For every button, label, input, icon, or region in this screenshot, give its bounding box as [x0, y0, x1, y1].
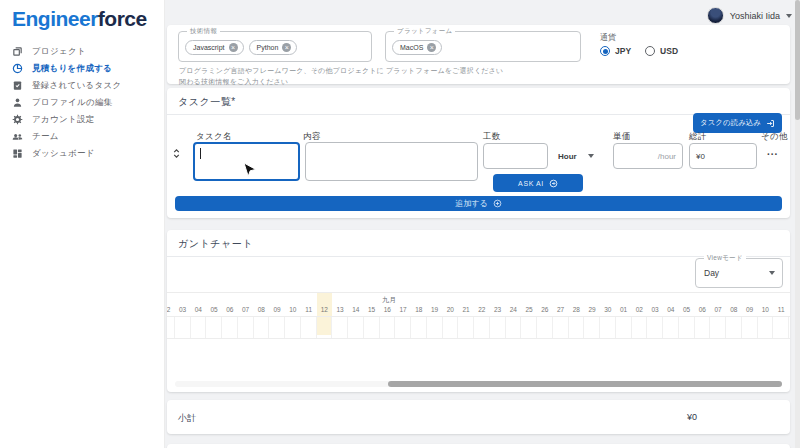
currency-option-usd[interactable]: USD [645, 46, 678, 56]
gantt-grid-row [167, 316, 790, 339]
task-content-textarea[interactable] [305, 142, 478, 181]
sidebar-item-label: プロファイルの編集 [32, 97, 113, 109]
close-icon[interactable]: × [229, 43, 238, 52]
gantt-grid-cell [206, 317, 222, 338]
project-info-card: 技術情報 Javascript× Python× プログラミング言語やフレームワ… [167, 25, 790, 84]
sidebar: Engineerforce プロジェクト 見積もりを作成する 登録されているタス… [0, 0, 165, 448]
gantt-grid-cell [167, 317, 175, 338]
mouse-cursor [243, 162, 256, 179]
team-icon [12, 128, 23, 146]
radio-label: USD [660, 46, 678, 56]
sidebar-item-registered-tasks[interactable]: 登録されているタスク [0, 77, 164, 94]
gantt-date-label: 09 [269, 306, 285, 313]
gantt-date-label: 23 [490, 306, 506, 313]
chevron-down-icon [769, 271, 775, 275]
user-avatar[interactable] [707, 7, 724, 24]
close-icon[interactable]: × [427, 43, 436, 52]
unit-price-input[interactable]: /hour [613, 143, 683, 169]
gantt-grid-cell [569, 317, 585, 338]
project-icon [12, 43, 23, 61]
gantt-date-label: 09 [742, 306, 758, 313]
gantt-grid-cell [742, 317, 758, 338]
gantt-grid-cell [506, 317, 522, 338]
gantt-grid-cell [395, 317, 411, 338]
sidebar-item-projects[interactable]: プロジェクト [0, 43, 164, 60]
plus-circle-icon [493, 199, 502, 208]
gantt-grid-cell [269, 317, 285, 338]
view-mode-select[interactable]: Viewモード Day [695, 258, 783, 288]
ask-ai-button[interactable]: ASK AI [493, 174, 583, 192]
gantt-date-label: 18 [411, 306, 427, 313]
estimate-icon [12, 60, 23, 78]
gantt-month-label: 九月 [349, 295, 429, 305]
gantt-grid-cell [490, 317, 506, 338]
total-input[interactable]: ¥0 [689, 143, 757, 169]
gantt-date-label: 25 [521, 306, 537, 313]
tech-chip[interactable]: Python× [249, 40, 298, 55]
radio-label: JPY [615, 46, 631, 56]
load-tasks-button[interactable]: タスクの読み込み [693, 113, 782, 133]
sidebar-item-dashboard[interactable]: ダッシュボード [0, 145, 164, 162]
gantt-grid-cell [348, 317, 364, 338]
radio-selected-icon[interactable] [600, 46, 610, 56]
sidebar-item-account-settings[interactable]: アカウント設定 [0, 111, 164, 128]
app-logo[interactable]: Engineerforce [0, 0, 164, 31]
registered-tasks-icon [12, 77, 23, 95]
user-menu[interactable]: Yoshiaki Iida [707, 7, 792, 24]
gantt-grid-cell [537, 317, 553, 338]
effort-unit-select[interactable]: Hour [553, 143, 599, 169]
gantt-title: ガントチャート [167, 230, 790, 256]
scrollbar-thumb[interactable] [795, 0, 800, 120]
gantt-grid-cell [317, 317, 333, 338]
gantt-calendar[interactable]: 九月 0203040506070809101112131415161718192… [167, 292, 790, 378]
gantt-grid-cell [521, 317, 537, 338]
user-name: Yoshiaki Iida [730, 11, 780, 21]
chip-label: Python [257, 44, 279, 51]
gantt-date-label: 19 [427, 306, 443, 313]
chip-label: Javascript [193, 44, 225, 51]
gantt-grid-cell [789, 317, 790, 338]
radio-unselected-icon[interactable] [645, 46, 655, 56]
gantt-date-label: 07 [710, 306, 726, 313]
gantt-grid-cell [301, 317, 317, 338]
task-list-card: タスク一覧* タスクの読み込み タスク名 内容 工数 単価 総計 その他 Hou… [167, 88, 790, 218]
close-icon[interactable]: × [282, 43, 291, 52]
add-task-button[interactable]: 追加する [175, 196, 782, 211]
gantt-date-label: 27 [553, 306, 569, 313]
tech-chip[interactable]: Javascript× [185, 40, 244, 55]
add-task-label: 追加する [455, 198, 487, 209]
gantt-date-label: 03 [175, 306, 191, 313]
gantt-grid-cell [191, 317, 207, 338]
platform-chip[interactable]: MacOS× [392, 40, 442, 55]
gantt-grid-cell [632, 317, 648, 338]
gantt-grid-cell [695, 317, 711, 338]
gantt-grid-cell [254, 317, 270, 338]
gantt-date-label: 16 [380, 306, 396, 313]
gantt-date-label: 02 [632, 306, 648, 313]
tech-info-field[interactable]: 技術情報 Javascript× Python× [178, 31, 372, 62]
scrollbar-thumb[interactable] [388, 381, 782, 387]
page-vertical-scrollbar[interactable] [795, 0, 800, 448]
gantt-horizontal-scrollbar[interactable] [175, 381, 782, 387]
row-more-button[interactable]: ... [767, 146, 778, 157]
row-sort-handle[interactable] [171, 146, 182, 164]
sidebar-item-edit-profile[interactable]: プロファイルの編集 [0, 94, 164, 111]
gantt-date-label: 11 [773, 306, 789, 313]
task-list-title: タスク一覧* [167, 88, 790, 114]
gantt-grid-cell [600, 317, 616, 338]
sidebar-item-create-estimate[interactable]: 見積もりを作成する [0, 60, 164, 77]
gantt-grid-cell [443, 317, 459, 338]
column-header-total: 総計 [689, 131, 707, 143]
gantt-grid-cell [380, 317, 396, 338]
effort-input[interactable] [483, 143, 548, 169]
platform-helper: プラットフォームをご選択ください [386, 66, 598, 77]
gantt-grid-cell [647, 317, 663, 338]
platform-field[interactable]: プラットフォーム MacOS× [385, 31, 581, 62]
currency-option-jpy[interactable]: JPY [600, 46, 631, 56]
currency-label: 通貨 [600, 32, 616, 43]
profile-icon [12, 94, 23, 112]
sidebar-item-label: 見積もりを作成する [32, 63, 112, 75]
sidebar-item-team[interactable]: チーム [0, 128, 164, 145]
divider [167, 256, 790, 257]
gantt-grid-cell [773, 317, 789, 338]
